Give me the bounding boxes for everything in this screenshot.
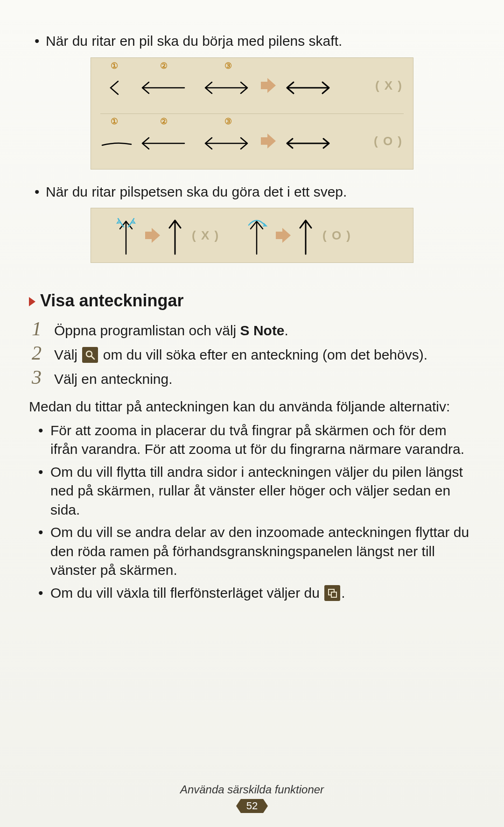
- result-arrow-double: [282, 134, 334, 153]
- diagram-arrow-shaft: ① ② ③ ( X ) ① ② ③: [91, 57, 413, 170]
- option-navigate-pages: Om du vill flytta till andra sidor i ant…: [29, 463, 475, 520]
- step-1-app-name: S Note: [240, 323, 285, 338]
- result-arrow-up: [296, 217, 315, 257]
- step-1: 1 Öppna programlistan och välj S Note.: [29, 319, 475, 340]
- bullet-arrowhead-sweep: När du ritar pilspetsen ska du göra det …: [29, 183, 475, 202]
- step-1-text-a: Öppna programlistan och välj: [54, 323, 240, 338]
- step-number-1: ①: [111, 116, 118, 127]
- page-footer: Använda särskilda funktioner 52: [0, 783, 504, 813]
- diagram-arrowhead: ( X ) ( O ): [91, 208, 413, 263]
- stroke-arrow-left: [138, 134, 189, 153]
- option-zoom: För att zooma in placerar du två fingrar…: [29, 421, 475, 459]
- step-3: 3 Välj en anteckning.: [29, 368, 475, 389]
- options-intro: Medan du tittar på anteckningen kan du a…: [29, 397, 475, 417]
- step-3-number: 3: [32, 368, 54, 387]
- result-wrong-label: ( X ): [375, 78, 403, 93]
- stroke-line: [100, 139, 133, 148]
- result-arrow-icon: [259, 76, 278, 95]
- footer-section-name: Använda särskilda funktioner: [0, 783, 504, 796]
- step-2-text-a: Välj: [54, 347, 81, 362]
- step-number-1: ①: [111, 61, 118, 71]
- option-multiwindow-b: .: [341, 585, 345, 601]
- result-right-label: ( O ): [322, 228, 351, 243]
- step-number-3: ③: [224, 61, 232, 71]
- bullet-arrow-shaft: När du ritar en pil ska du börja med pil…: [29, 32, 475, 51]
- stroke-chevron: [105, 78, 124, 97]
- section-heading: Visa anteckningar: [29, 291, 475, 311]
- result-right-label: ( O ): [374, 134, 403, 148]
- option-multiwindow-a: Om du vill växla till flerfönsterläget v…: [50, 585, 323, 601]
- result-arrow-icon: [143, 226, 162, 245]
- stroke-arrow-double: [201, 134, 252, 153]
- svg-rect-3: [331, 592, 336, 597]
- step-2: 2 Välj om du vill söka efter en anteckni…: [29, 343, 475, 365]
- stroke-up-single: [245, 217, 268, 257]
- step-1-number: 1: [32, 319, 54, 339]
- chevron-right-icon: [29, 297, 35, 306]
- page-number: 52: [241, 799, 263, 813]
- stroke-arrow-left: [138, 78, 189, 97]
- step-1-text-c: .: [285, 323, 288, 338]
- step-3-text: Välj en anteckning.: [54, 369, 173, 389]
- result-arrow-double: [282, 78, 334, 97]
- step-2-text-b: om du vill söka efter en anteckning (om …: [99, 347, 427, 362]
- search-icon: [82, 347, 98, 363]
- option-multiwindow: Om du vill växla till flerfönsterläget v…: [29, 584, 475, 603]
- step-2-number: 2: [32, 343, 54, 363]
- stroke-up-multi: [114, 217, 138, 257]
- option-pan-preview: Om du vill se andra delar av den inzooma…: [29, 523, 475, 580]
- step-number-3: ③: [224, 116, 232, 127]
- result-arrow-icon: [274, 226, 293, 245]
- result-wrong-label: ( X ): [192, 228, 219, 243]
- multiwindow-icon: [324, 585, 340, 601]
- stroke-arrow-double: [201, 78, 252, 97]
- result-arrow-up: [166, 217, 184, 257]
- section-title-text: Visa anteckningar: [40, 291, 183, 311]
- svg-line-1: [91, 356, 94, 359]
- result-arrow-icon: [259, 132, 278, 150]
- step-number-2: ②: [160, 116, 168, 127]
- step-number-2: ②: [160, 61, 168, 71]
